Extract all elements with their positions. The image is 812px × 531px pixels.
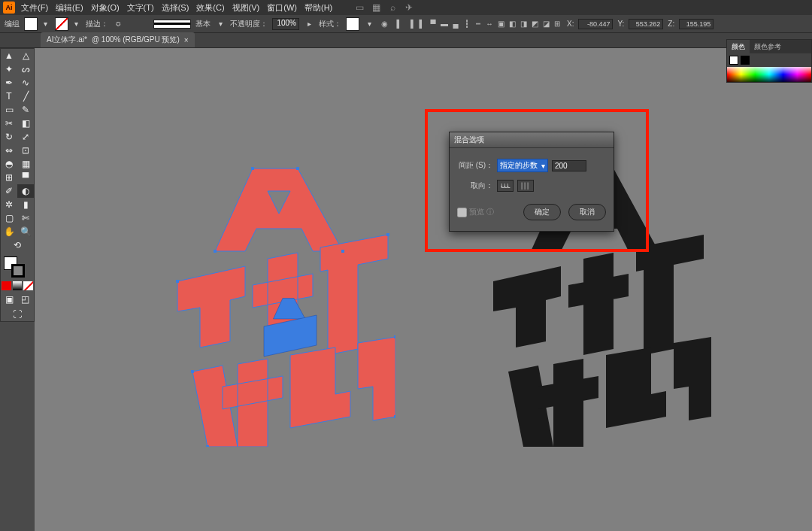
stroke-menu: 基本	[195, 19, 211, 29]
color-fill-swatch[interactable]	[729, 56, 738, 65]
lasso-tool-icon[interactable]: ᔕ	[17, 62, 34, 76]
canvas[interactable]	[35, 48, 812, 531]
fill-stroke-indicator[interactable]	[1, 255, 34, 281]
send-icon[interactable]: ✈	[403, 2, 415, 14]
shape-mode-4-icon[interactable]: ◪	[541, 19, 551, 29]
recolor-icon[interactable]: ◉	[379, 19, 389, 29]
align-top-icon[interactable]: ▀	[428, 19, 438, 29]
none-mode-icon[interactable]	[23, 281, 33, 290]
menu-edit[interactable]: 编辑(E)	[54, 2, 85, 14]
gradient-mode-icon[interactable]	[13, 281, 23, 290]
color-panel-tab-guide[interactable]: 颜色参考	[750, 40, 786, 53]
type-tool-icon[interactable]: T	[1, 90, 17, 103]
opacity-dropdown-icon[interactable]: ▸	[304, 17, 314, 31]
menu-type[interactable]: 文字(T)	[126, 2, 156, 14]
zoom-tool-icon[interactable]: 🔍	[17, 225, 34, 238]
shape-mode-3-icon[interactable]: ◩	[529, 19, 540, 29]
solid-color-mode-icon[interactable]	[2, 281, 11, 290]
curvature-tool-icon[interactable]: ∿	[17, 76, 34, 90]
orientation-align-page-icon[interactable]: ȽȽȽ	[497, 180, 514, 192]
mesh-tool-icon[interactable]: ⊞	[1, 171, 17, 184]
stroke-dropdown-icon[interactable]: ▾	[71, 17, 81, 31]
search-icon[interactable]: ⌕	[386, 2, 398, 14]
eraser-tool-icon[interactable]: ◧	[17, 117, 34, 130]
color-stroke-swatch[interactable]	[741, 56, 750, 65]
gradient-tool-icon[interactable]: ▀	[17, 171, 34, 184]
menu-window[interactable]: 窗口(W)	[265, 2, 298, 14]
x-value-input[interactable]: -80.447	[578, 19, 613, 29]
stroke-swatch[interactable]	[55, 17, 68, 31]
cancel-button[interactable]: 取消	[568, 204, 606, 220]
transform-icon[interactable]: ⊞	[552, 19, 562, 29]
draw-normal-icon[interactable]: ▣	[2, 293, 17, 306]
scale-tool-icon[interactable]: ⤢	[17, 130, 34, 144]
menu-object[interactable]: 对象(O)	[89, 2, 121, 14]
shape-mode-1-icon[interactable]: ◧	[507, 19, 517, 29]
brush-dropdown-icon[interactable]: ▾	[215, 17, 226, 31]
arrange-icon[interactable]: ▦	[370, 2, 382, 14]
shape-mode-2-icon[interactable]: ◨	[518, 19, 529, 29]
artwork-selected[interactable]	[162, 161, 395, 447]
fill-dropdown-icon[interactable]: ▾	[40, 17, 50, 31]
selection-tool-icon[interactable]: ▲	[1, 49, 17, 62]
menu-select[interactable]: 选择(S)	[160, 2, 191, 14]
rotate-tool-icon[interactable]: ↻	[1, 130, 17, 144]
symbol-sprayer-icon[interactable]: ✲	[1, 198, 17, 211]
perspective-tool-icon[interactable]: ▦	[17, 157, 34, 171]
layout-icon[interactable]: ▭	[353, 2, 365, 14]
menu-help[interactable]: 帮助(H)	[303, 2, 334, 14]
brush-definition[interactable]	[153, 20, 191, 29]
shape-builder-tool-icon[interactable]: ◓	[1, 157, 17, 171]
distribute-h-icon[interactable]: ┇	[462, 19, 472, 29]
color-panel-tab-color[interactable]: 颜色	[727, 40, 750, 53]
z-value-input[interactable]: 155.195	[679, 19, 714, 29]
column-graph-icon[interactable]: ▮	[17, 198, 34, 211]
draw-behind-icon[interactable]: ◰	[18, 293, 33, 306]
blend-tool-icon[interactable]: ◐	[17, 184, 34, 198]
paintbrush-tool-icon[interactable]: ✎	[17, 103, 34, 117]
slice-tool-icon[interactable]: ✄	[17, 211, 34, 225]
fill-swatch[interactable]	[24, 17, 38, 31]
screen-mode-icon[interactable]: ⛶	[1, 308, 34, 321]
align-artboard-icon[interactable]: ▣	[495, 19, 506, 29]
preview-checkbox[interactable]: 预览 ⓘ	[457, 207, 494, 217]
align-hcenter-icon[interactable]: ▐	[405, 19, 416, 29]
style-dropdown-icon[interactable]: ▾	[364, 17, 374, 31]
free-transform-tool-icon[interactable]: ⊡	[17, 144, 34, 157]
orientation-align-path-icon[interactable]: ⎢⎢⎢	[517, 180, 534, 192]
magic-wand-tool-icon[interactable]: ✦	[1, 62, 17, 76]
hand-tool-icon[interactable]: ✋	[1, 225, 17, 238]
color-mode-row	[1, 281, 34, 291]
document-tab[interactable]: AI立体字.ai* @ 100% (RGB/GPU 预览) ×	[41, 32, 195, 47]
preview-checkbox-input[interactable]	[457, 208, 467, 217]
stroke-indicator[interactable]	[11, 264, 25, 278]
width-tool-icon[interactable]: ⇔	[1, 144, 17, 157]
rectangle-tool-icon[interactable]: ▭	[1, 103, 17, 117]
document-tab-close-icon[interactable]: ×	[184, 36, 189, 44]
align-right-icon[interactable]: ▌	[417, 19, 427, 29]
style-swatch[interactable]	[346, 17, 359, 31]
y-value-input[interactable]: 553.262	[629, 19, 663, 29]
spacing-steps-input[interactable]	[552, 160, 586, 171]
artboard-tool-icon[interactable]: ▢	[1, 211, 17, 225]
align-vcenter-icon[interactable]: ▬	[439, 19, 450, 29]
menu-view[interactable]: 视图(V)	[231, 2, 262, 14]
chevron-down-icon: ▾	[541, 162, 545, 170]
menu-file[interactable]: 文件(F)	[20, 2, 50, 14]
shaper-tool-icon[interactable]: ✂	[1, 117, 17, 130]
pen-tool-icon[interactable]: ✒	[1, 76, 17, 90]
menu-effect[interactable]: 效果(C)	[195, 2, 226, 14]
stroke-weight-dropdown[interactable]: ≎	[113, 17, 123, 31]
opacity-input[interactable]: 100%	[272, 18, 299, 30]
direct-selection-tool-icon[interactable]: △	[17, 49, 34, 62]
ok-button[interactable]: 确定	[523, 204, 561, 220]
color-spectrum[interactable]	[727, 67, 811, 82]
distribute-v-icon[interactable]: ┅	[473, 19, 483, 29]
eyedropper-tool-icon[interactable]: ✐	[1, 184, 17, 198]
align-bottom-icon[interactable]: ▄	[450, 19, 461, 29]
spacing-dropdown[interactable]: 指定的步数 ▾	[497, 159, 548, 172]
distribute-space-icon[interactable]: ↔	[484, 19, 495, 29]
line-tool-icon[interactable]: ╱	[17, 90, 34, 103]
toggle-fill-stroke-icon[interactable]: ⟲	[1, 238, 34, 252]
align-left-icon[interactable]: ▌	[394, 19, 404, 29]
